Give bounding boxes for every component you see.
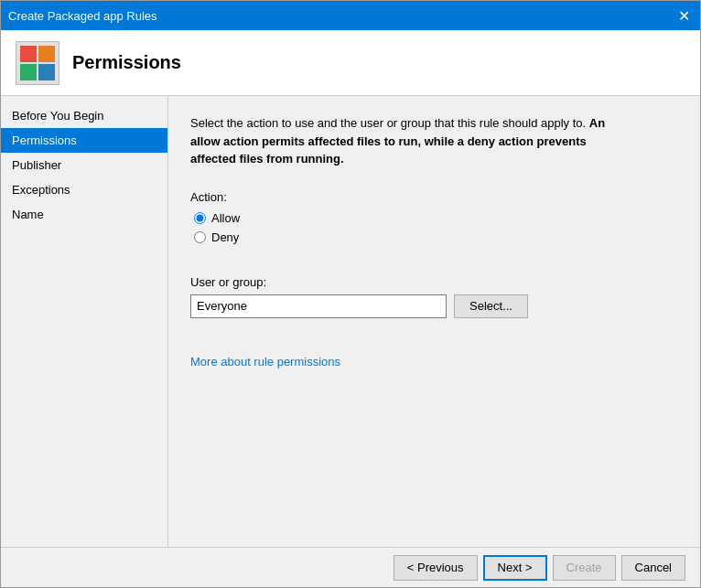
- action-radio-group: Allow Deny: [194, 211, 678, 250]
- previous-button[interactable]: < Previous: [394, 555, 478, 581]
- description-text: Select the action to use and the user or…: [190, 114, 630, 168]
- allow-radio-item[interactable]: Allow: [194, 211, 678, 225]
- icon-cell-green: [20, 64, 37, 80]
- main-content-area: Select the action to use and the user or…: [168, 96, 700, 547]
- icon-cell-blue: [38, 64, 55, 80]
- sidebar: Before You Begin Permissions Publisher E…: [1, 96, 168, 547]
- user-group-section: User or group: Select...: [190, 275, 678, 318]
- user-group-row: Select...: [190, 294, 678, 318]
- content-area: Before You Begin Permissions Publisher E…: [1, 96, 700, 547]
- footer: < Previous Next > Create Cancel: [1, 547, 700, 587]
- user-group-input[interactable]: [190, 294, 447, 318]
- description-normal: Select the action to use and the user or…: [190, 116, 586, 130]
- header-area: Permissions: [1, 30, 700, 96]
- allow-radio[interactable]: [194, 212, 206, 224]
- select-button[interactable]: Select...: [454, 294, 528, 318]
- title-bar: Create Packaged app Rules ✕: [1, 1, 700, 30]
- allow-label: Allow: [211, 211, 240, 225]
- window-title: Create Packaged app Rules: [8, 9, 157, 23]
- create-button[interactable]: Create: [553, 555, 616, 581]
- title-bar-left: Create Packaged app Rules: [8, 9, 157, 23]
- cancel-button[interactable]: Cancel: [621, 555, 685, 581]
- deny-radio-item[interactable]: Deny: [194, 230, 678, 244]
- next-button[interactable]: Next >: [483, 555, 547, 581]
- close-button[interactable]: ✕: [674, 6, 693, 25]
- sidebar-item-permissions[interactable]: Permissions: [1, 128, 167, 153]
- more-link-area: More about rule permissions: [190, 318, 678, 369]
- user-group-label: User or group:: [190, 275, 678, 289]
- icon-cell-red: [20, 46, 37, 62]
- main-wrapper: Select the action to use and the user or…: [190, 114, 678, 369]
- app-icon: [16, 41, 59, 85]
- page-title: Permissions: [72, 52, 181, 73]
- deny-radio[interactable]: [194, 231, 206, 243]
- sidebar-item-publisher[interactable]: Publisher: [1, 153, 167, 177]
- action-label: Action:: [190, 190, 678, 204]
- sidebar-item-exceptions[interactable]: Exceptions: [1, 177, 167, 202]
- deny-label: Deny: [211, 230, 239, 244]
- sidebar-item-name[interactable]: Name: [1, 202, 167, 227]
- more-link[interactable]: More about rule permissions: [190, 355, 340, 369]
- sidebar-item-before-you-begin[interactable]: Before You Begin: [1, 103, 167, 128]
- main-window: Create Packaged app Rules ✕ Permissions …: [0, 0, 701, 588]
- icon-cell-orange: [38, 46, 55, 62]
